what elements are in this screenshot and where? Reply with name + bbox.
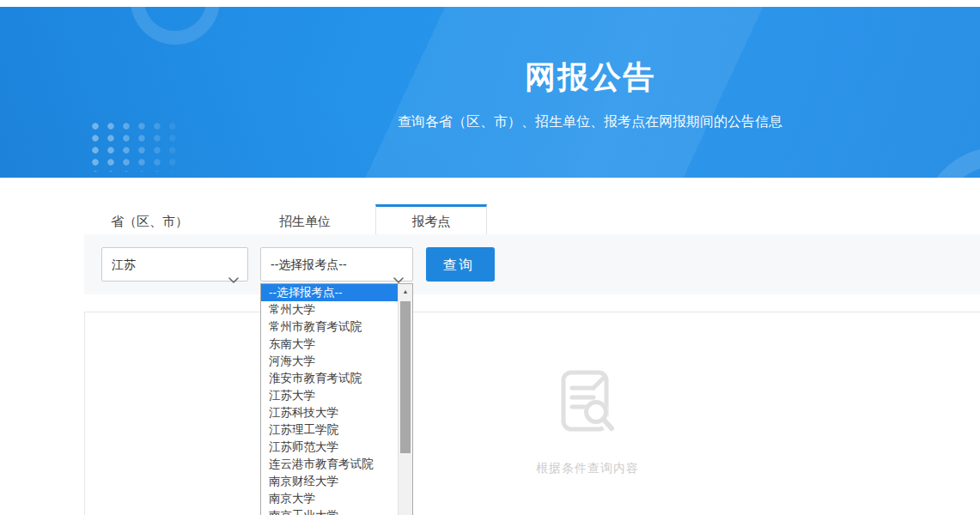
tab-province[interactable]: 省（区、市） xyxy=(84,204,215,234)
tabs-bar: 省（区、市） 招生单位 报考点 xyxy=(84,204,487,234)
dropdown-option[interactable]: 东南大学 xyxy=(261,336,398,353)
province-select-value: 江苏 xyxy=(112,258,136,271)
exam-site-select-value: --选择报考点-- xyxy=(271,258,347,271)
scrollbar-up-arrow-icon[interactable]: ▲ xyxy=(399,284,412,299)
exam-site-select[interactable]: --选择报考点-- xyxy=(260,247,413,282)
document-search-icon xyxy=(555,367,620,443)
chevron-down-icon xyxy=(228,263,239,295)
dropdown-option[interactable]: --选择报考点-- xyxy=(261,284,398,301)
dropdown-option[interactable]: 南京财经大学 xyxy=(261,473,398,490)
dropdown-option[interactable]: 南京大学 xyxy=(261,490,398,507)
page-subtitle: 查询各省（区、市）、招生单位、报考点在网报期间的公告信息 xyxy=(398,113,782,131)
circle-decoration-icon xyxy=(921,147,980,178)
dropdown-option[interactable]: 江苏大学 xyxy=(261,387,398,404)
dropdown-option[interactable]: 江苏师范大学 xyxy=(261,439,398,456)
dropdown-option[interactable]: 常州市教育考试院 xyxy=(261,318,398,336)
dropdown-option[interactable]: 连云港市教育考试院 xyxy=(261,456,398,473)
dot-grid-decoration xyxy=(91,122,186,172)
search-button[interactable]: 查询 xyxy=(426,247,495,282)
circle-decoration-icon xyxy=(131,7,220,45)
dropdown-option[interactable]: 江苏科技大学 xyxy=(261,404,398,421)
dropdown-option[interactable]: 淮安市教育考试院 xyxy=(261,370,398,387)
dropdown-option[interactable]: 常州大学 xyxy=(261,301,398,318)
tab-admissions-unit[interactable]: 招生单位 xyxy=(240,204,369,234)
scrollbar-thumb[interactable] xyxy=(400,301,411,453)
results-panel: 根据条件查询内容 xyxy=(84,312,980,515)
dropdown-scrollbar[interactable]: ▲ xyxy=(398,284,412,515)
page-title: 网报公告 xyxy=(398,57,782,99)
dropdown-options: --选择报考点--常州大学常州市教育考试院东南大学河海大学淮安市教育考试院江苏大… xyxy=(261,284,398,515)
banner: 网报公告 查询各省（区、市）、招生单位、报考点在网报期间的公告信息 xyxy=(0,7,980,178)
exam-site-dropdown-list: --选择报考点--常州大学常州市教育考试院东南大学河海大学淮安市教育考试院江苏大… xyxy=(260,283,413,515)
dropdown-option[interactable]: 河海大学 xyxy=(261,353,398,370)
province-select[interactable]: 江苏 xyxy=(101,247,248,282)
dropdown-option[interactable]: 江苏理工学院 xyxy=(261,421,398,439)
banner-text: 网报公告 查询各省（区、市）、招生单位、报考点在网报期间的公告信息 xyxy=(398,57,782,131)
empty-state-message: 根据条件查询内容 xyxy=(536,461,639,476)
dropdown-option[interactable]: 南京工业大学 xyxy=(261,507,398,515)
filter-toolbar: 江苏 --选择报考点-- 查询 xyxy=(84,234,980,294)
tab-exam-site[interactable]: 报考点 xyxy=(375,204,487,234)
